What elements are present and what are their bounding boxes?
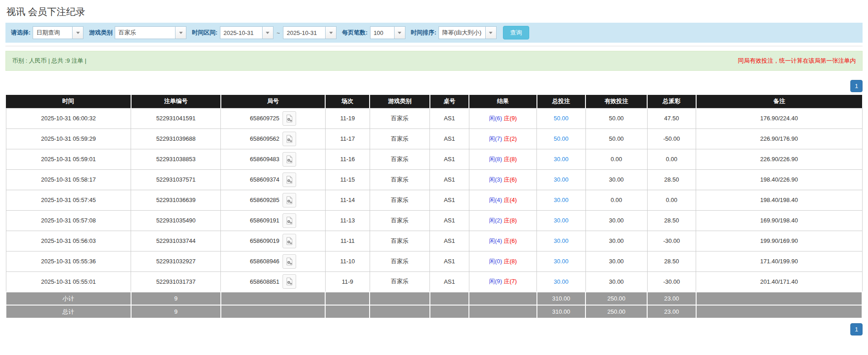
- session-no: 11-13: [325, 210, 370, 231]
- chevron-down-icon[interactable]: [394, 27, 405, 39]
- result-banker: 庄(8): [504, 156, 517, 163]
- date-from-combobox[interactable]: [220, 26, 273, 39]
- per-page-label: 每页笔数:: [342, 29, 367, 37]
- video-replay-button[interactable]: [283, 173, 296, 187]
- column-header: 场次: [325, 95, 370, 108]
- summary-count: 9: [131, 305, 221, 318]
- query-type-combobox[interactable]: [33, 26, 83, 39]
- chevron-down-icon[interactable]: [485, 27, 496, 39]
- total-bet-link[interactable]: 50.00: [554, 135, 569, 142]
- result-banker: 庄(6): [504, 237, 517, 244]
- column-header: 桌号: [430, 95, 469, 108]
- result-cell: 闲(8) 庄(8): [469, 149, 536, 169]
- chevron-down-icon[interactable]: [175, 27, 186, 39]
- summary-empty: [325, 305, 370, 318]
- valid-bet: 30.00: [585, 251, 647, 271]
- pagination-page-1[interactable]: 1: [850, 323, 863, 335]
- bet-id: 522931032927: [131, 251, 221, 271]
- game-type: 百家乐: [370, 108, 429, 128]
- game-type: 百家乐: [370, 251, 429, 271]
- game-type-combobox[interactable]: [115, 26, 186, 39]
- remark: 198.40/226.90: [696, 169, 862, 190]
- chevron-down-icon[interactable]: [262, 27, 273, 39]
- round-id-cell: 658609725: [221, 108, 325, 128]
- payout: -30.00: [647, 271, 696, 292]
- session-no: 11-10: [325, 251, 370, 271]
- valid-bet: 30.00: [585, 271, 647, 292]
- round-id-wrap: 658609285: [250, 193, 296, 207]
- film-icon: [286, 176, 293, 184]
- pagination-page-1[interactable]: 1: [850, 80, 863, 92]
- remark: 169.90/198.40: [696, 210, 862, 231]
- total-bet-link[interactable]: 30.00: [554, 176, 569, 183]
- round-id-cell: 658609374: [221, 169, 325, 190]
- summary-bar: 币别 : 人民币 | 总共 :9 注单 | 同局有效投注，统一计算在该局第一张注…: [5, 51, 863, 71]
- valid-bet: 50.00: [585, 128, 647, 149]
- column-header: 注单编号: [131, 95, 221, 108]
- video-replay-button[interactable]: [283, 193, 296, 207]
- round-id-wrap: 658609562: [250, 132, 296, 146]
- payout: -30.00: [647, 231, 696, 251]
- date-to-combobox[interactable]: [283, 26, 336, 39]
- payout: 28.50: [647, 251, 696, 271]
- range-tilde: ~: [277, 30, 280, 36]
- remark: 201.40/171.40: [696, 271, 862, 292]
- payout: 0.00: [647, 149, 696, 169]
- table-no: AS1: [430, 251, 469, 271]
- video-replay-button[interactable]: [283, 274, 296, 289]
- remark: 171.40/199.90: [696, 251, 862, 271]
- video-replay-button[interactable]: [283, 254, 296, 269]
- total-bet-link[interactable]: 30.00: [554, 156, 569, 163]
- video-replay-button[interactable]: [283, 132, 296, 146]
- total-bet-link[interactable]: 50.00: [554, 115, 569, 122]
- table-no: AS1: [430, 271, 469, 292]
- chevron-down-icon[interactable]: [72, 27, 83, 39]
- bet-time: 2025-10-31 05:55:36: [6, 251, 131, 271]
- remark: 199.90/169.90: [696, 231, 862, 251]
- total-bet-link[interactable]: 30.00: [554, 197, 569, 203]
- betting-records-table: 时间注单编号局号场次游戏类别桌号结果总投注有效投注总派彩备注 2025-10-3…: [5, 95, 863, 319]
- table-no: AS1: [430, 149, 469, 169]
- total-bet-link[interactable]: 30.00: [554, 278, 569, 285]
- video-replay-button[interactable]: [283, 111, 296, 126]
- currency-total-summary: 币别 : 人民币 | 总共 :9 注单 |: [12, 57, 87, 65]
- valid-bet: 30.00: [585, 231, 647, 251]
- total-bet-link[interactable]: 30.00: [554, 258, 569, 265]
- bet-id: 522931033744: [131, 231, 221, 251]
- sort-order-combobox[interactable]: [439, 26, 497, 39]
- valid-bet-notice: 同局有效投注，统一计算在该局第一张注单内: [738, 57, 856, 65]
- sort-order-input[interactable]: [439, 27, 485, 39]
- round-id: 658609285: [250, 197, 279, 203]
- payout: 0.00: [647, 190, 696, 210]
- total-bet-link[interactable]: 30.00: [554, 217, 569, 224]
- bet-time: 2025-10-31 05:59:29: [6, 128, 131, 149]
- per-page-input[interactable]: [371, 27, 394, 39]
- result-banker: 庄(6): [504, 176, 517, 183]
- search-button[interactable]: 查询: [503, 26, 529, 39]
- column-header: 游戏类别: [370, 95, 429, 108]
- remark: 226.90/226.90: [696, 149, 862, 169]
- game-type-input[interactable]: [115, 27, 175, 39]
- result-player: 闲(8): [489, 156, 502, 163]
- bet-time: 2025-10-31 06:00:32: [6, 108, 131, 128]
- date-to-input[interactable]: [283, 27, 325, 39]
- result-cell: 闲(9) 庄(7): [469, 271, 536, 292]
- video-replay-button[interactable]: [283, 152, 296, 167]
- table-no: AS1: [430, 108, 469, 128]
- per-page-combobox[interactable]: [370, 26, 405, 39]
- result-player: 闲(2): [489, 217, 502, 224]
- query-type-input[interactable]: [33, 27, 72, 39]
- video-replay-button[interactable]: [283, 234, 296, 248]
- date-from-input[interactable]: [220, 27, 262, 39]
- total-bet-link[interactable]: 30.00: [554, 237, 569, 244]
- payout: -50.00: [647, 128, 696, 149]
- round-id: 658609191: [250, 217, 279, 224]
- total-bet-cell: 50.00: [537, 128, 586, 149]
- total-bet-cell: 30.00: [537, 169, 586, 190]
- result-cell: 闲(4) 庄(4): [469, 190, 536, 210]
- video-replay-button[interactable]: [283, 213, 296, 228]
- column-header: 局号: [221, 95, 325, 108]
- bet-id: 522931031737: [131, 271, 221, 292]
- round-id-wrap: 658608851: [250, 274, 296, 289]
- chevron-down-icon[interactable]: [325, 27, 336, 39]
